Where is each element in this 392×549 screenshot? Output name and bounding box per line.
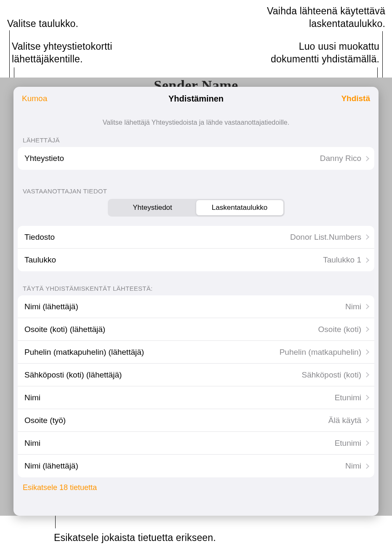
- callout-change-source: Vaihda lähteenä käytettävä laskentataulu…: [267, 5, 385, 30]
- row-label: Nimi: [24, 439, 40, 448]
- row-label: Osoite (koti) (lähettäjä): [24, 325, 105, 334]
- contact-row[interactable]: Yhteystieto Danny Rico: [18, 147, 374, 170]
- sheet-subtitle: Valitse lähettäjä Yhteystiedoista ja läh…: [24, 119, 368, 126]
- row-value: Danny Rico: [320, 154, 368, 163]
- callout-preview-records: Esikatsele jokaista tietuetta erikseen.: [54, 532, 216, 544]
- segment-spreadsheet[interactable]: Laskentataulukko: [196, 200, 283, 215]
- chevron-right-icon: [364, 463, 369, 469]
- field-mapping-row[interactable]: Nimi (lähettäjä)Nimi: [18, 455, 374, 477]
- section-label-recipient: VASTAANOTTAJAN TIEDOT: [23, 187, 379, 195]
- chevron-right-icon: [364, 418, 369, 423]
- row-value: Puhelin (matkapuhelin): [280, 348, 368, 357]
- chevron-right-icon: [364, 372, 369, 378]
- row-value: Etunimi: [335, 393, 368, 402]
- row-label: Nimi (lähettäjä): [24, 302, 78, 311]
- segment-contacts[interactable]: Yhteystiedot: [109, 200, 196, 215]
- sheet-title: Yhdistäminen: [13, 94, 379, 104]
- cancel-button[interactable]: Kumoa: [22, 94, 47, 103]
- row-value: Taulukko 1: [323, 255, 368, 265]
- source-segmented-control[interactable]: Yhteystiedot Laskentataulukko: [108, 199, 285, 217]
- chevron-right-icon: [364, 304, 369, 309]
- section-label-sender: LÄHETTÄJÄ: [23, 137, 379, 144]
- field-mapping-row[interactable]: Nimi (lähettäjä)Nimi: [18, 295, 374, 318]
- field-mapping-row[interactable]: Osoite (työ)Älä käytä: [18, 409, 374, 432]
- chevron-right-icon: [364, 395, 369, 400]
- row-label: Sähköposti (koti) (lähettäjä): [24, 370, 122, 380]
- chevron-right-icon: [364, 440, 369, 446]
- sender-group: Yhteystieto Danny Rico: [18, 147, 374, 170]
- row-value: Nimi: [345, 302, 368, 311]
- row-value: Etunimi: [335, 439, 368, 448]
- row-label: Tiedosto: [24, 233, 55, 242]
- chevron-right-icon: [364, 156, 369, 161]
- row-label: Nimi (lähettäjä): [24, 461, 78, 471]
- row-value: Älä käytä: [328, 416, 368, 425]
- section-label-fields: TÄYTÄ YHDISTÄMISKENTÄT LÄHTEESTÄ:: [23, 285, 379, 292]
- field-mapping-row[interactable]: NimiEtunimi: [18, 432, 374, 455]
- callout-select-contact-card: Valitse yhteystietokortti lähettäjäkenti…: [12, 40, 112, 66]
- preview-records-button[interactable]: Esikatsele 18 tietuetta: [23, 483, 97, 492]
- field-mapping-row[interactable]: NimiEtunimi: [18, 386, 374, 409]
- row-label: Taulukko: [24, 255, 56, 265]
- sheet-header: Kumoa Yhdistäminen Yhdistä: [13, 87, 379, 110]
- callout-create-merged: Luo uusi muokattu dokumentti yhdistämäll…: [271, 40, 379, 66]
- field-mapping-row[interactable]: Puhelin (matkapuhelin) (lähettäjä)Puheli…: [18, 341, 374, 364]
- row-label: Yhteystieto: [24, 154, 64, 163]
- chevron-right-icon: [364, 234, 369, 240]
- row-label: Nimi: [24, 393, 40, 402]
- row-label: Puhelin (matkapuhelin) (lähettäjä): [24, 348, 144, 357]
- mail-merge-sheet: Kumoa Yhdistäminen Yhdistä Valitse lähet…: [13, 87, 379, 516]
- callout-select-table: Valitse taulukko.: [7, 18, 78, 30]
- field-mapping-row[interactable]: Sähköposti (koti) (lähettäjä)Sähköposti …: [18, 364, 374, 386]
- table-row[interactable]: Taulukko Taulukko 1: [18, 249, 374, 271]
- chevron-right-icon: [364, 327, 369, 332]
- row-value: Donor List.Numbers: [290, 233, 368, 242]
- file-row[interactable]: Tiedosto Donor List.Numbers: [18, 226, 374, 249]
- chevron-right-icon: [364, 257, 369, 263]
- row-value: Osoite (koti): [318, 325, 368, 334]
- merge-button[interactable]: Yhdistä: [341, 94, 370, 103]
- source-group: Tiedosto Donor List.Numbers Taulukko Tau…: [18, 226, 374, 271]
- fields-group: Nimi (lähettäjä)NimiOsoite (koti) (lähet…: [18, 295, 374, 477]
- row-value: Nimi: [345, 461, 368, 471]
- field-mapping-row[interactable]: Osoite (koti) (lähettäjä)Osoite (koti): [18, 318, 374, 341]
- chevron-right-icon: [364, 349, 369, 355]
- sheet-body: Valitse lähettäjä Yhteystiedoista ja läh…: [13, 110, 379, 516]
- row-label: Osoite (työ): [24, 416, 66, 425]
- row-value: Sähköposti (koti): [301, 370, 368, 380]
